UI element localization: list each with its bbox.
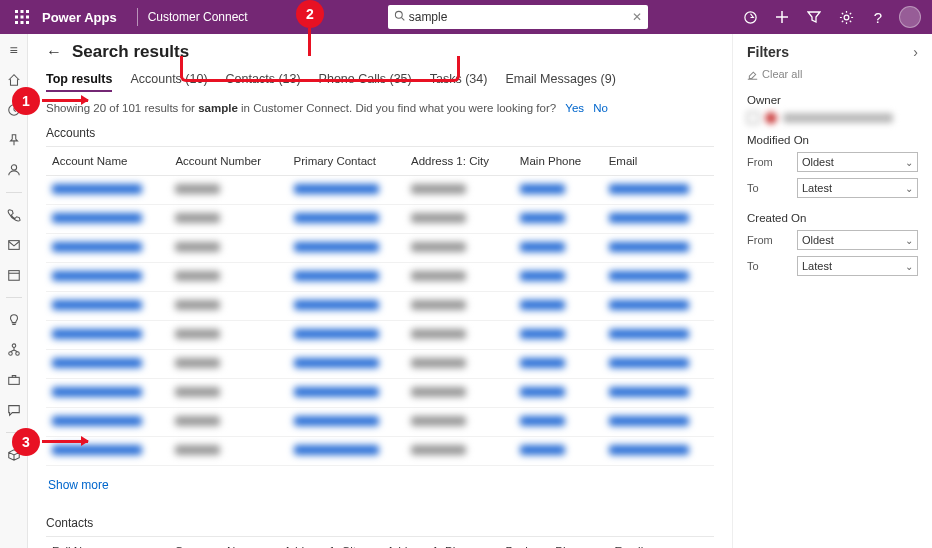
table-cell (405, 263, 514, 292)
result-tab[interactable]: Top results (46, 72, 112, 92)
chevron-down-icon: ⌄ (905, 183, 913, 194)
nav-org-icon[interactable] (4, 340, 24, 360)
search-input[interactable] (409, 10, 632, 24)
column-header[interactable]: Main Phone (514, 147, 603, 176)
table-cell (514, 379, 603, 408)
created-from-select[interactable]: Oldest⌄ (797, 230, 918, 250)
column-header[interactable]: Account Number (169, 147, 287, 176)
callout-2-stem (308, 28, 311, 56)
shell: ≡ ← Search results Top resultsAccounts (… (0, 34, 932, 548)
table-cell (169, 205, 287, 234)
clear-search-icon[interactable]: ✕ (632, 10, 642, 24)
owner-checkbox[interactable] (747, 112, 759, 124)
table-row[interactable] (46, 350, 714, 379)
brand-label: Power Apps (42, 10, 117, 25)
nav-phone-icon[interactable] (4, 205, 24, 225)
main-area: ← Search results Top resultsAccounts (10… (28, 34, 932, 548)
table-cell (514, 321, 603, 350)
table-row[interactable] (46, 292, 714, 321)
modified-to-label: To (747, 182, 787, 194)
column-header[interactable]: Address 1: City (405, 147, 514, 176)
table-row[interactable] (46, 234, 714, 263)
table-cell (405, 379, 514, 408)
chevron-down-icon: ⌄ (905, 157, 913, 168)
table-cell (405, 437, 514, 466)
created-to-select[interactable]: Latest⌄ (797, 256, 918, 276)
nav-menu-icon[interactable]: ≡ (4, 40, 24, 60)
table-row[interactable] (46, 176, 714, 205)
nav-pinned-icon[interactable] (4, 130, 24, 150)
owner-option[interactable] (747, 112, 918, 124)
table-cell (405, 350, 514, 379)
column-header[interactable]: Full Name (46, 537, 169, 549)
column-header[interactable]: Email (603, 147, 714, 176)
filter-group-owner: Owner (747, 94, 918, 106)
nav-calendar-icon[interactable] (4, 265, 24, 285)
help-icon[interactable]: ? (864, 3, 892, 31)
collapse-filters-icon[interactable]: › (913, 44, 918, 60)
table-row[interactable] (46, 437, 714, 466)
callout-2-bracket (180, 56, 460, 82)
column-header[interactable]: Account Name (46, 147, 169, 176)
show-more-link[interactable]: Show more (48, 478, 109, 492)
table-cell (288, 263, 405, 292)
callout-3-arrow (42, 440, 88, 443)
summary-term: sample (198, 102, 238, 114)
modified-to-select[interactable]: Latest⌄ (797, 178, 918, 198)
table-cell (288, 379, 405, 408)
settings-icon[interactable] (832, 3, 860, 31)
back-icon[interactable]: ← (46, 43, 62, 61)
table-cell (288, 350, 405, 379)
callout-badge: 1 (12, 87, 40, 115)
content-scroll[interactable]: ← Search results Top resultsAccounts (10… (28, 34, 732, 548)
table-row[interactable] (46, 408, 714, 437)
app-name: Customer Connect (148, 10, 248, 24)
svg-rect-18 (8, 271, 19, 281)
column-header[interactable]: Company Name (169, 537, 278, 549)
table-cell (603, 263, 714, 292)
column-header[interactable]: Address 1: Phone (381, 537, 500, 549)
svg-rect-17 (8, 241, 19, 250)
feedback-no-link[interactable]: No (593, 102, 608, 114)
divider (137, 8, 138, 26)
clear-all-button[interactable]: Clear all (747, 68, 918, 80)
table-cell (288, 234, 405, 263)
svg-rect-7 (21, 21, 24, 24)
nav-contacts-icon[interactable] (4, 160, 24, 180)
column-header[interactable]: Email (608, 537, 714, 549)
callout-badge: 2 (296, 0, 324, 28)
svg-rect-8 (26, 21, 29, 24)
nav-briefcase-icon[interactable] (4, 370, 24, 390)
column-header[interactable]: Primary Contact (288, 147, 405, 176)
nav-insights-icon[interactable] (4, 310, 24, 330)
column-header[interactable]: Address 1: City (278, 537, 381, 549)
results-summary: Showing 20 of 101 results for sample in … (46, 102, 714, 114)
column-header[interactable]: Business Phone (499, 537, 608, 549)
table-row[interactable] (46, 205, 714, 234)
assistant-icon[interactable] (736, 3, 764, 31)
table-row[interactable] (46, 263, 714, 292)
search-box[interactable]: ✕ (388, 5, 648, 29)
modified-from-select[interactable]: Oldest⌄ (797, 152, 918, 172)
table-cell (603, 437, 714, 466)
table-row[interactable] (46, 321, 714, 350)
result-tab[interactable]: Email Messages (9) (505, 72, 615, 92)
filter-group-modified: Modified On (747, 134, 918, 146)
table-row[interactable] (46, 379, 714, 408)
user-avatar[interactable] (896, 3, 924, 31)
table-cell (514, 408, 603, 437)
nav-chat-icon[interactable] (4, 400, 24, 420)
add-icon[interactable] (768, 3, 796, 31)
feedback-yes-link[interactable]: Yes (565, 102, 584, 114)
table-cell (603, 205, 714, 234)
eraser-icon (747, 69, 758, 80)
table-cell (46, 321, 169, 350)
page-title: Search results (72, 42, 189, 62)
table-cell (288, 292, 405, 321)
topbar-actions: ? (736, 3, 924, 31)
svg-line-10 (401, 18, 404, 21)
accounts-header-row: Account NameAccount NumberPrimary Contac… (46, 147, 714, 176)
app-launcher-icon[interactable] (8, 3, 36, 31)
filter-icon[interactable] (800, 3, 828, 31)
nav-mail-icon[interactable] (4, 235, 24, 255)
